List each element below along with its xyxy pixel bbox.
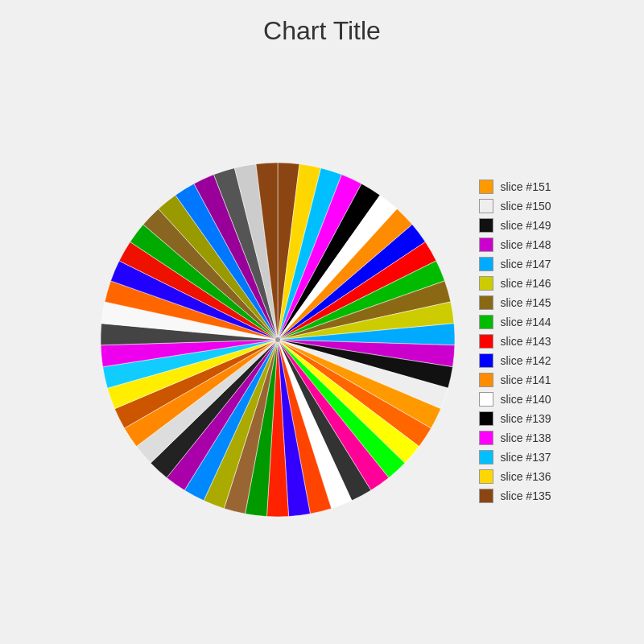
legend-color-box [479,295,493,310]
chart-container: Chart Title slice #151slice #150slice #1… [0,0,644,644]
legend-color-box [479,334,493,349]
pie-container [93,155,463,528]
legend-item: slice #145 [479,295,551,310]
legend-color-box [479,199,493,213]
legend-color-box [479,237,493,252]
svg-point-0 [275,337,280,342]
legend-item: slice #138 [479,431,551,445]
legend-label: slice #139 [500,412,551,425]
chart-body: slice #151slice #150slice #149slice #148… [0,54,644,644]
legend-label: slice #142 [500,354,551,367]
legend-label: slice #135 [500,489,551,502]
legend-color-box [479,489,493,503]
legend-item: slice #140 [479,392,551,407]
legend-item: slice #142 [479,353,551,368]
legend-color-box [479,276,493,291]
legend-color-box [479,411,493,426]
legend-item: slice #150 [479,199,551,213]
legend-color-box [479,315,493,329]
legend-item: slice #148 [479,237,551,252]
legend-item: slice #146 [479,276,551,291]
legend-label: slice #146 [500,277,551,290]
legend-label: slice #140 [500,393,551,406]
legend-item: slice #136 [479,469,551,484]
legend-label: slice #149 [500,219,551,232]
legend-label: slice #143 [500,335,551,348]
legend-item: slice #149 [479,218,551,233]
pie-chart [93,155,463,525]
legend-label: slice #151 [500,180,551,193]
legend-label: slice #150 [500,200,551,213]
legend-color-box [479,392,493,407]
chart-title: Chart Title [263,16,381,46]
legend-color-box [479,431,493,445]
legend-item: slice #151 [479,180,551,194]
legend-label: slice #145 [500,296,551,309]
legend-item: slice #147 [479,257,551,271]
legend-color-box [479,257,493,271]
legend-color-box [479,450,493,464]
legend-label: slice #141 [500,374,551,386]
legend-item: slice #143 [479,334,551,349]
legend-item: slice #141 [479,373,551,387]
legend-item: slice #135 [479,489,551,503]
legend-item: slice #137 [479,450,551,464]
legend-label: slice #136 [500,470,551,483]
legend-color-box [479,353,493,368]
legend-label: slice #137 [500,451,551,464]
legend-color-box [479,180,493,194]
legend-label: slice #144 [500,316,551,328]
legend-color-box [479,469,493,484]
legend-label: slice #148 [500,238,551,251]
legend-label: slice #147 [500,258,551,270]
legend: slice #151slice #150slice #149slice #148… [479,180,551,503]
legend-item: slice #144 [479,315,551,329]
legend-label: slice #138 [500,431,551,444]
legend-color-box [479,218,493,233]
legend-item: slice #139 [479,411,551,426]
legend-color-box [479,373,493,387]
